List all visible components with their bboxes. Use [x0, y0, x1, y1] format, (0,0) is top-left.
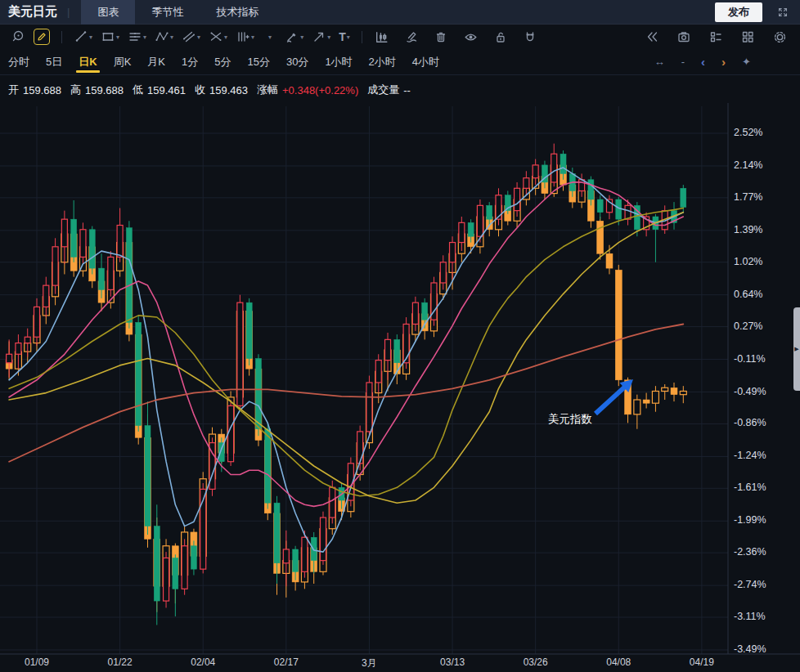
drawing-toolbar: ▾ ▾ ▾ ▾ ▾ ▾ ▾: [0, 25, 800, 49]
zoom-out-icon[interactable]: -: [681, 56, 685, 68]
ma-fast: [9, 168, 683, 552]
tf-monthly[interactable]: 月K: [147, 49, 165, 75]
xabcd-pattern-tool[interactable]: ▾: [152, 28, 176, 46]
tab-technical-indicators[interactable]: 技术指标: [200, 0, 275, 25]
panel-arrow-icon: ▶: [794, 346, 798, 352]
grid-layout-icon[interactable]: [739, 28, 757, 46]
parallel-channel-tool[interactable]: ▾: [179, 28, 203, 46]
x-axis-label: 02/04: [191, 656, 215, 668]
toolbar-separator: [362, 31, 362, 43]
ma-slower: [9, 213, 683, 504]
object-tree-icon[interactable]: [707, 28, 725, 46]
unlock-icon[interactable]: [491, 28, 510, 46]
y-axis-label: 2.52%: [734, 127, 762, 138]
magnet-icon[interactable]: [520, 28, 540, 46]
tf-minute-chart[interactable]: 分时: [8, 49, 29, 75]
y-axis-label: -1.99%: [734, 514, 766, 526]
signature-tool[interactable]: [402, 28, 421, 46]
annotation-label[interactable]: 美元指数: [548, 413, 592, 425]
ma-mid: [9, 182, 683, 507]
tf-weekly[interactable]: 周K: [114, 49, 132, 75]
tf-15min[interactable]: 15分: [247, 49, 269, 75]
ma-long: [9, 325, 683, 462]
x-axis-label: 3月: [362, 656, 377, 670]
y-axis-label: 0.27%: [734, 320, 762, 332]
tf-2hour[interactable]: 2小时: [369, 49, 396, 75]
camera-icon[interactable]: [675, 28, 693, 46]
x-axis-label: 02/17: [274, 656, 299, 668]
x-axis-label: 04/08: [606, 656, 631, 668]
eye-icon[interactable]: [461, 28, 481, 47]
tf-daily[interactable]: 日K: [79, 49, 97, 75]
y-axis-label: 1.77%: [734, 191, 762, 203]
chevron-down-icon: ▾: [224, 34, 227, 41]
volume-label: 成交量: [367, 83, 399, 97]
publish-button[interactable]: 发布: [715, 2, 762, 22]
change-value: +0.348(+0.22%): [282, 84, 358, 96]
y-axis-label: -1.61%: [734, 482, 766, 493]
scroll-right-icon[interactable]: ›: [721, 55, 726, 69]
more-tools-dropdown[interactable]: ▾: [260, 32, 274, 43]
side-panel-handle[interactable]: ▶: [793, 307, 800, 391]
text-tool[interactable]: T ▾: [336, 29, 353, 45]
pencil-icon: [35, 30, 48, 43]
symbol-title: 美元日元: [0, 4, 67, 20]
chart-candles-tool[interactable]: [371, 28, 392, 47]
low-value: 159.461: [147, 84, 186, 96]
tf-5day[interactable]: 5日: [46, 49, 62, 75]
candle-series-美元指数: [6, 154, 686, 612]
scroll-left-icon[interactable]: ‹: [701, 55, 705, 69]
close-value: 159.463: [209, 84, 248, 96]
toolbar-left-group: ▾ ▾ ▾ ▾ ▾ ▾ ▾: [8, 27, 540, 47]
y-axis-label: 1.02%: [734, 256, 762, 267]
text-tool-icon: T: [339, 30, 346, 43]
pencil-tool-active[interactable]: [31, 27, 52, 47]
chart-canvas[interactable]: 美元指数: [0, 0, 800, 672]
arrow-marker-tool[interactable]: ▾: [309, 28, 333, 46]
settings-gear-icon[interactable]: [771, 28, 789, 46]
volume-value: --: [403, 84, 411, 96]
change-label: 涨幅: [257, 83, 278, 97]
y-axis-label: 2.14%: [734, 159, 762, 171]
tab-chart[interactable]: 图表: [81, 0, 135, 25]
horizontal-lines-tool[interactable]: ▾: [125, 28, 149, 46]
fullscreen-icon[interactable]: [774, 3, 792, 21]
chevron-down-icon: ▾: [300, 34, 303, 41]
horizontal-expand-icon[interactable]: ↔: [654, 56, 665, 68]
crossed-lines-tool[interactable]: ▾: [206, 28, 230, 46]
toolbar-right-group: [643, 28, 792, 46]
tf-1hour[interactable]: 1小时: [325, 49, 352, 75]
chevron-down-icon: ▾: [116, 34, 119, 41]
y-axis-label: -2.36%: [734, 546, 766, 558]
chevron-down-icon: ▾: [268, 34, 272, 41]
header-right: 发布: [715, 2, 800, 22]
history-back-icon[interactable]: [643, 28, 661, 46]
open-label: 开: [8, 83, 19, 97]
tab-seasonality[interactable]: 季节性: [135, 0, 200, 25]
y-axis-label: 0.64%: [734, 289, 762, 300]
cursor-crosshair-icon[interactable]: [8, 28, 28, 46]
y-axis-label: -2.74%: [734, 579, 766, 590]
y-axis-label: -3.11%: [734, 611, 766, 622]
trend-line-tool[interactable]: ▾: [71, 28, 95, 46]
close-label: 收: [195, 83, 205, 97]
tf-4hour[interactable]: 4小时: [412, 49, 439, 75]
fib-ticks-tool[interactable]: ▾: [233, 28, 257, 46]
ohlc-readout: 开 159.688 高 159.688 低 159.461 收 159.463 …: [8, 80, 416, 100]
chevron-down-icon: ▾: [170, 34, 173, 41]
toolbar-separator: [61, 31, 62, 43]
trash-icon[interactable]: [431, 28, 451, 46]
brush-tool[interactable]: ▾: [282, 28, 306, 46]
ma-slow: [9, 208, 683, 496]
x-axis-label: 04/19: [690, 656, 714, 668]
chevron-down-icon: ▾: [251, 34, 254, 41]
reset-view-icon[interactable]: ✦: [742, 56, 751, 68]
chevron-down-icon: ▾: [143, 34, 146, 41]
y-axis-label: -0.11%: [734, 353, 766, 365]
tf-30min[interactable]: 30分: [286, 49, 308, 75]
chevron-down-icon: ▾: [327, 34, 330, 41]
tf-5min[interactable]: 5分: [214, 49, 231, 75]
tf-1min[interactable]: 1分: [182, 49, 198, 75]
rectangle-tool[interactable]: ▾: [98, 28, 122, 46]
open-value: 159.688: [23, 84, 61, 96]
